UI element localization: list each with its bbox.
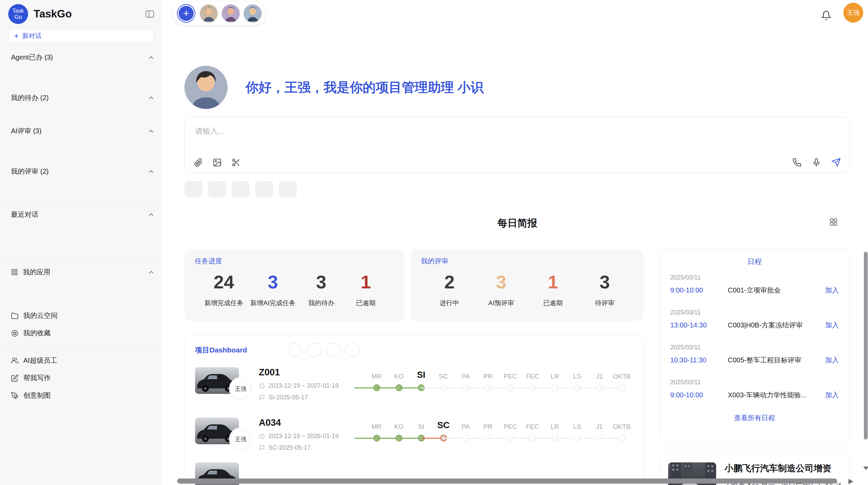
- suggestion-chip[interactable]: [255, 181, 273, 197]
- sidebar-item-creative-drawing[interactable]: 创意制图: [11, 391, 155, 400]
- horizontal-scrollbar[interactable]: [177, 478, 837, 484]
- milestone-label: PEC: [504, 367, 517, 380]
- section-header[interactable]: 我的待办 (2): [11, 93, 155, 102]
- milestone-label: FEC: [526, 418, 539, 431]
- send-icon[interactable]: [831, 158, 841, 167]
- milestone: PR: [477, 418, 499, 444]
- milestone-label: PR: [483, 418, 492, 431]
- milestone: MR: [365, 367, 388, 393]
- project-row[interactable]: 王强 A034 2023-12-19 ~ 2026-01-19 SC-2025-…: [185, 407, 643, 458]
- paperclip-icon[interactable]: [194, 158, 203, 167]
- milestone: PA: [455, 418, 477, 444]
- section-items: [11, 110, 155, 117]
- milestone: SC: [432, 367, 455, 393]
- milestone-label: SI: [417, 367, 425, 380]
- sidebar-item-cloud-space[interactable]: 我的云空间: [11, 311, 155, 320]
- join-link[interactable]: 加入: [825, 321, 839, 330]
- chevron-up-icon[interactable]: [147, 94, 155, 102]
- chevron-up-icon[interactable]: [147, 168, 155, 175]
- phone-icon[interactable]: [792, 158, 801, 167]
- suggestion-chip[interactable]: [279, 181, 297, 197]
- schedule-date: 2025/03/11: [670, 344, 839, 351]
- join-link[interactable]: 加入: [825, 356, 839, 365]
- project-dates: 2023-12-19 ~ 2027-01-19: [259, 382, 359, 389]
- section-header[interactable]: 我的评审 (2): [11, 167, 155, 176]
- suggestion-chip[interactable]: [208, 181, 226, 197]
- stat-label: 进行中: [431, 299, 468, 308]
- milestone-timeline: MR KO: [365, 367, 633, 393]
- schedule-item: 2025/03/11 9:00-10:00 C001-立项审批会 加入: [670, 266, 839, 301]
- milestone: LS: [566, 418, 588, 444]
- dashboard-tab[interactable]: [345, 343, 360, 357]
- project-dashboard-card: 项目Dashboard 王强 Z001: [184, 335, 643, 485]
- apps-grid-icon: [11, 269, 18, 276]
- view-all-schedule-link[interactable]: 查看所有日程: [670, 406, 839, 430]
- dashboard-tab[interactable]: [307, 343, 321, 357]
- sidebar-item-ai-super-staff[interactable]: AI超级员工: [11, 356, 155, 365]
- project-info: A034 2023-12-19 ~ 2026-01-19 SC-2025-05-…: [259, 418, 359, 451]
- chevron-up-icon[interactable]: [147, 211, 155, 219]
- voice-toolbar: [792, 158, 841, 167]
- milestone-dot: [618, 384, 625, 391]
- divider: [0, 347, 162, 348]
- stat-card-title: 任务进度: [195, 257, 394, 266]
- recent-chats-list: [11, 226, 155, 248]
- sidebar-item-favorites[interactable]: 我的收藏: [11, 328, 155, 338]
- suggestion-chip[interactable]: [184, 181, 202, 197]
- milestone-label: LS: [573, 418, 581, 431]
- help-me-write-label: 帮我写作: [23, 373, 51, 383]
- milestone: OKTB: [611, 418, 633, 444]
- section-title: Agent已办 (3): [11, 53, 53, 62]
- milestone-label: SC: [437, 418, 449, 431]
- scissors-icon[interactable]: [231, 158, 241, 167]
- milestone-label: PR: [483, 367, 492, 380]
- flag-icon: [259, 395, 265, 401]
- milestone: PA: [455, 367, 477, 393]
- stat-label: 我的待办: [302, 299, 340, 308]
- dashboard-tab[interactable]: [288, 343, 302, 357]
- sidebar-collapse-icon[interactable]: [145, 9, 155, 19]
- milestone: KO: [388, 418, 410, 444]
- chevron-up-icon[interactable]: [147, 127, 155, 135]
- milestone: J1: [588, 418, 611, 444]
- my-apps-header[interactable]: 我的应用: [11, 268, 155, 277]
- recent-chats-header[interactable]: 最近对话: [11, 210, 155, 219]
- schedule-date: 2025/03/11: [670, 274, 839, 281]
- stat: 3 我的待办: [302, 271, 340, 308]
- dashboard-title: 项目Dashboard: [195, 345, 247, 355]
- suggestion-chips: [184, 181, 297, 197]
- join-link[interactable]: 加入: [825, 286, 839, 295]
- scroll-down-arrow[interactable]: [863, 467, 868, 470]
- recent-chats-title: 最近对话: [11, 210, 38, 219]
- dashboard-header: 项目Dashboard: [185, 335, 643, 357]
- stat-value: 3: [586, 271, 624, 293]
- new-chat-button[interactable]: + 新对话: [8, 29, 154, 43]
- schedule-item: 2025/03/11 10:30-11:30 C005-整车工程目标评审 加入: [670, 336, 839, 371]
- briefing-header: 每日简报: [184, 216, 850, 230]
- chat-input-card: [184, 117, 850, 173]
- join-link[interactable]: 加入: [825, 390, 839, 400]
- stat-label: 已逾期: [347, 299, 385, 308]
- suggestion-chip[interactable]: [232, 181, 250, 197]
- task-group: 我的评审 (2): [11, 167, 155, 190]
- sidebar-item-help-me-write[interactable]: 帮我写作: [11, 373, 155, 383]
- schedule-event-title: C005-整车工程目标评审: [728, 356, 825, 365]
- section-header[interactable]: AI评审 (3): [11, 126, 155, 136]
- my-apps-title: 我的应用: [23, 268, 143, 277]
- dashboard-tab[interactable]: [326, 343, 340, 357]
- stat-card-title: 我的评审: [421, 257, 633, 266]
- clock-icon: [259, 433, 265, 439]
- image-icon[interactable]: [213, 158, 222, 167]
- chat-input[interactable]: [185, 117, 850, 149]
- schedule-item: 2025/03/11 9:00-10:00 X003-车辆动力学性能验... 加…: [670, 371, 839, 406]
- layout-grid-icon[interactable]: [829, 218, 838, 226]
- project-row[interactable]: 王强 Z001 2023-12-19 ~ 2027-01-19 SI-2025-…: [185, 357, 643, 407]
- section-header[interactable]: Agent已办 (3): [11, 53, 155, 62]
- chevron-up-icon[interactable]: [147, 54, 155, 61]
- vertical-scrollbar[interactable]: [864, 252, 868, 439]
- scroll-right-arrow[interactable]: [848, 479, 853, 484]
- chevron-up-icon[interactable]: [147, 269, 155, 276]
- milestone-label: MR: [372, 367, 382, 380]
- microphone-icon[interactable]: [812, 158, 821, 167]
- milestone: FEC: [521, 367, 544, 393]
